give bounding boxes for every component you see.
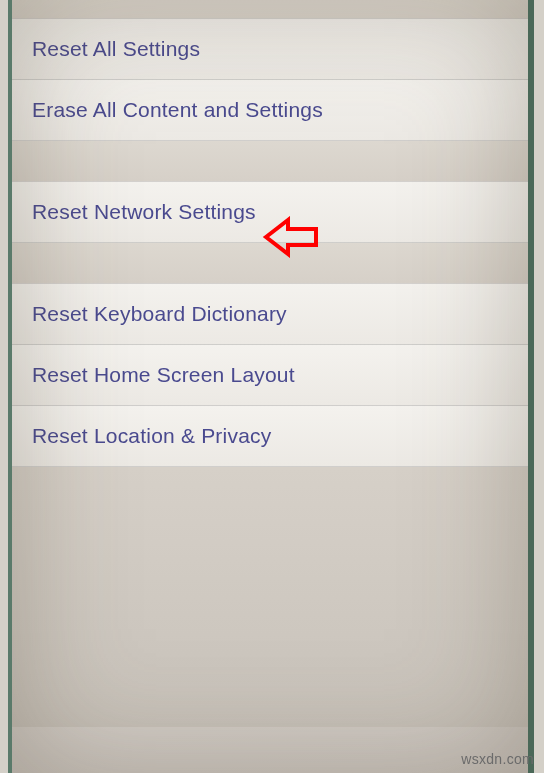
cell-label: Reset Network Settings [32, 200, 256, 223]
watermark-text: wsxdn.com [461, 751, 534, 767]
top-spacer [12, 0, 528, 18]
reset-keyboard-dictionary-cell[interactable]: Reset Keyboard Dictionary [12, 283, 528, 345]
group-2: Reset Network Settings [12, 181, 528, 243]
reset-home-screen-layout-cell[interactable]: Reset Home Screen Layout [12, 345, 528, 406]
erase-all-content-cell[interactable]: Erase All Content and Settings [12, 80, 528, 141]
cell-label: Reset All Settings [32, 37, 200, 60]
section-gap-2 [12, 243, 528, 283]
cell-label: Reset Keyboard Dictionary [32, 302, 287, 325]
section-gap-1 [12, 141, 528, 181]
cell-label: Erase All Content and Settings [32, 98, 323, 121]
group-1: Reset All Settings Erase All Content and… [12, 18, 528, 141]
settings-reset-screen: Reset All Settings Erase All Content and… [8, 0, 534, 773]
cell-label: Reset Home Screen Layout [32, 363, 295, 386]
cell-label: Reset Location & Privacy [32, 424, 271, 447]
group-3: Reset Keyboard Dictionary Reset Home Scr… [12, 283, 528, 467]
reset-all-settings-cell[interactable]: Reset All Settings [12, 18, 528, 80]
reset-location-privacy-cell[interactable]: Reset Location & Privacy [12, 406, 528, 467]
reset-network-settings-cell[interactable]: Reset Network Settings [12, 181, 528, 243]
bottom-filler [12, 467, 528, 727]
